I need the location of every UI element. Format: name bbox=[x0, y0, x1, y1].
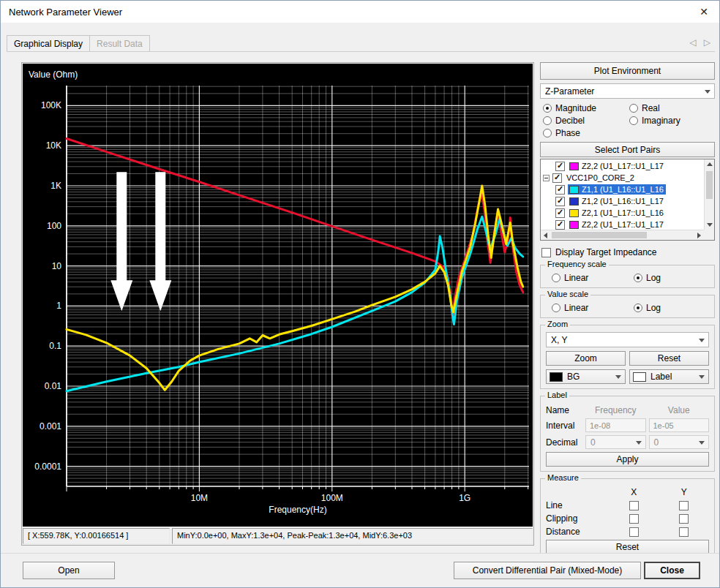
parameter-dropdown[interactable]: Z-Parameter bbox=[540, 83, 715, 99]
y-tick-label: 0.01 bbox=[45, 381, 62, 391]
radio-real[interactable]: Real bbox=[629, 102, 715, 113]
port-pair-label: Z2,1 (U1_L17::U1_L16 bbox=[582, 208, 664, 217]
chevron-down-icon bbox=[699, 441, 705, 445]
scroll-right-icon[interactable] bbox=[697, 233, 701, 238]
value-scale-options: LinearLog bbox=[552, 302, 709, 313]
window-title: Network Parameter Viewer bbox=[9, 7, 122, 18]
port-pair-checkbox[interactable] bbox=[555, 220, 565, 230]
measure-x-checkbox[interactable] bbox=[629, 501, 639, 510]
bg-color-dropdown[interactable]: BG bbox=[546, 369, 626, 384]
measure-row-label: Distance bbox=[546, 527, 609, 537]
port-pair-row[interactable]: Z1,1 (U1_L16::U1_L16 bbox=[541, 184, 704, 195]
port-pair-checkbox[interactable] bbox=[555, 185, 565, 195]
trace-color-swatch bbox=[569, 197, 579, 206]
value-column-header: Value bbox=[649, 405, 710, 415]
radio-icon bbox=[634, 274, 642, 282]
radio-phase[interactable]: Phase bbox=[543, 127, 629, 138]
vertical-scrollbar[interactable] bbox=[704, 159, 714, 230]
radio-icon bbox=[543, 116, 552, 125]
port-pair-row[interactable]: Z2,2 (U1_L17::U1_L17 bbox=[541, 219, 704, 230]
radio-magnitude[interactable]: Magnitude bbox=[543, 102, 629, 113]
port-pair-checkbox[interactable] bbox=[555, 162, 565, 171]
tab-prev-icon[interactable]: ◁ bbox=[690, 37, 697, 48]
display-target-impedance-row[interactable]: Display Target Impedance bbox=[541, 246, 715, 258]
measure-y-checkbox[interactable] bbox=[679, 514, 689, 524]
measure-x-checkbox[interactable] bbox=[629, 514, 639, 524]
radio-icon bbox=[543, 104, 552, 113]
y-axis-title: Value (Ohm) bbox=[29, 69, 78, 80]
x-tick-label: 100M bbox=[321, 493, 343, 503]
port-pair-checkbox[interactable] bbox=[555, 197, 565, 206]
zoom-mode-dropdown[interactable]: X, Y bbox=[546, 332, 709, 347]
tab-graphical-display[interactable]: Graphical Display bbox=[7, 35, 90, 51]
measure-row-label: Line bbox=[546, 500, 609, 510]
decimal-frequency-dropdown[interactable]: 0 bbox=[585, 435, 646, 449]
scroll-down-icon[interactable] bbox=[707, 223, 713, 227]
tab-next-icon[interactable]: ▷ bbox=[704, 37, 710, 48]
convert-differential-pair-button[interactable]: Convert Differential Pair (Mixed-Mode) bbox=[454, 562, 641, 579]
x-axis-title: Frequency(Hz) bbox=[269, 505, 326, 515]
trace-color-swatch bbox=[569, 162, 579, 170]
measure-reset-button[interactable]: Reset bbox=[546, 540, 709, 554]
titlebar: Network Parameter Viewer ✕ bbox=[1, 1, 719, 23]
measure-y-checkbox[interactable] bbox=[679, 527, 689, 537]
y-tick-label: 1 bbox=[56, 301, 61, 311]
tab-result-data[interactable]: Result Data bbox=[90, 35, 150, 51]
port-pair-row[interactable]: VCC1P0_CORE_2 bbox=[541, 172, 704, 184]
decimal-label: Decimal bbox=[546, 437, 582, 448]
label-color-dropdown[interactable]: Label bbox=[629, 369, 709, 384]
apply-button[interactable]: Apply bbox=[546, 452, 709, 467]
tab-scroll-nav: ◁ ▷ bbox=[690, 37, 715, 51]
name-label: Name bbox=[546, 405, 582, 415]
plot-panel: 100K10K1K1001010.10.010.0010.000110M100M… bbox=[21, 62, 534, 546]
frequency-column-header: Frequency bbox=[585, 405, 646, 415]
measure-y-checkbox[interactable] bbox=[679, 501, 689, 510]
chevron-down-icon bbox=[636, 441, 642, 445]
port-pair-row[interactable]: Z2,1 (U1_L17::U1_L16 bbox=[541, 207, 704, 219]
trace-color-swatch bbox=[569, 221, 579, 229]
zoom-button[interactable]: Zoom bbox=[546, 351, 626, 366]
port-pair-label: Z2,2 (U1_L17::U1_L17 bbox=[582, 220, 664, 229]
radio-value-log[interactable]: Log bbox=[634, 302, 709, 313]
port-pair-checkbox[interactable] bbox=[555, 208, 565, 218]
radio-value-linear[interactable]: Linear bbox=[552, 302, 634, 313]
radio-decibel[interactable]: Decibel bbox=[543, 115, 629, 126]
label-color-swatch bbox=[633, 372, 646, 382]
y-tick-label: 1K bbox=[50, 181, 61, 191]
tree-collapse-icon[interactable] bbox=[543, 175, 550, 181]
port-pair-list-rows: Z2,2 (U1_L17::U1_L17VCC1P0_CORE_2Z1,1 (U… bbox=[541, 160, 704, 230]
measure-x-checkbox[interactable] bbox=[629, 527, 639, 537]
value-scale-group: Value scale LinearLog bbox=[540, 295, 715, 318]
scroll-left-icon[interactable] bbox=[544, 233, 547, 238]
plot-environment-button[interactable]: Plot Environment bbox=[540, 62, 715, 80]
network-parameter-viewer-window: Network Parameter Viewer ✕ Graphical Dis… bbox=[0, 0, 720, 588]
radio-freq-linear[interactable]: Linear bbox=[552, 272, 634, 283]
chevron-down-icon bbox=[699, 375, 705, 379]
interval-frequency-input[interactable] bbox=[585, 418, 646, 432]
display-target-impedance-checkbox[interactable] bbox=[541, 248, 551, 257]
radio-icon bbox=[552, 304, 560, 312]
horizontal-scrollbar[interactable] bbox=[541, 230, 704, 240]
port-pair-row[interactable]: Z1,2 (U1_L16::U1_L17 bbox=[541, 195, 704, 207]
zoom-reset-button[interactable]: Reset bbox=[629, 351, 709, 366]
radio-freq-log[interactable]: Log bbox=[634, 272, 709, 283]
open-button[interactable]: Open bbox=[23, 562, 115, 579]
plot-canvas[interactable]: 100K10K1K1001010.10.010.0010.000110M100M… bbox=[23, 64, 533, 527]
radio-icon bbox=[629, 116, 638, 125]
interval-value-input[interactable] bbox=[649, 418, 710, 432]
radio-icon bbox=[552, 274, 560, 282]
x-tick-label: 1G bbox=[459, 493, 470, 503]
close-button[interactable]: Close bbox=[644, 562, 700, 579]
close-icon[interactable]: ✕ bbox=[697, 7, 711, 17]
zoom-group: Zoom X, Y Zoom Reset BG Label bbox=[540, 325, 715, 389]
vertical-scroll-thumb[interactable] bbox=[706, 171, 713, 199]
port-pair-row[interactable]: Z2,2 (U1_L17::U1_L17 bbox=[541, 160, 704, 172]
select-port-pairs-button[interactable]: Select Port Pairs bbox=[540, 142, 715, 157]
decimal-value-dropdown[interactable]: 0 bbox=[649, 435, 710, 449]
radio-imaginary[interactable]: Imaginary bbox=[629, 115, 715, 126]
scroll-up-icon[interactable] bbox=[707, 162, 713, 166]
scrollbar-corner bbox=[704, 230, 714, 240]
port-pair-checkbox[interactable] bbox=[552, 173, 562, 183]
bg-color-swatch bbox=[550, 372, 563, 382]
horizontal-scroll-thumb[interactable] bbox=[552, 232, 647, 238]
